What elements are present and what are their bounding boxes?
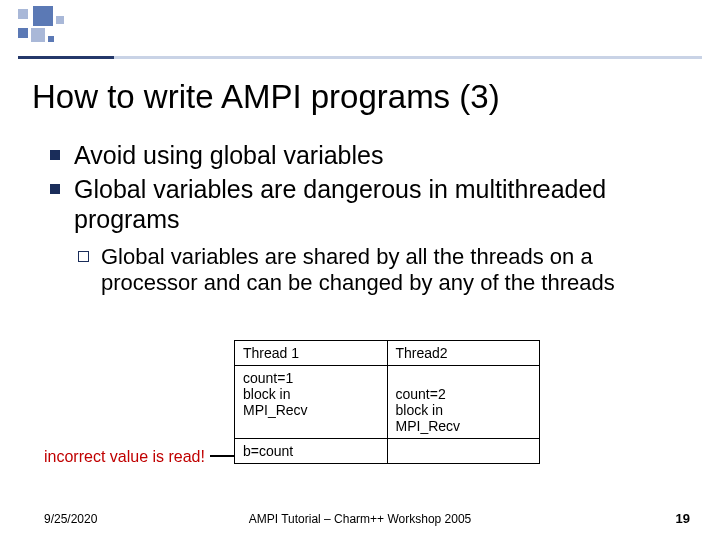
table-head-cell: Thread 1 bbox=[235, 341, 388, 366]
thread-table: Thread 1 Thread2 count=1 block in MPI_Re… bbox=[234, 340, 540, 464]
sub-bullet-text: Global variables are shared by all the t… bbox=[101, 244, 680, 297]
table-cell: count=1 block in MPI_Recv bbox=[235, 366, 388, 439]
table-foot-cell bbox=[387, 439, 540, 464]
bullet-text: Avoid using global variables bbox=[74, 140, 383, 170]
bullet-text: Global variables are dangerous in multit… bbox=[74, 174, 680, 234]
sub-bullet-item: Global variables are shared by all the t… bbox=[78, 244, 680, 297]
page-number: 19 bbox=[676, 511, 690, 526]
connector-line bbox=[210, 455, 234, 457]
table-cell: count=2 block in MPI_Recv bbox=[387, 366, 540, 439]
bullet-square-icon bbox=[50, 184, 60, 194]
hollow-square-icon bbox=[78, 251, 89, 262]
callout-text: incorrect value is read! bbox=[44, 448, 205, 466]
bullet-square-icon bbox=[50, 150, 60, 160]
content-area: Avoid using global variables Global vari… bbox=[50, 140, 680, 297]
corner-squares-icon bbox=[18, 6, 62, 50]
bullet-item: Global variables are dangerous in multit… bbox=[50, 174, 680, 234]
footer-caption: AMPI Tutorial – Charm++ Workshop 2005 bbox=[0, 512, 720, 526]
table-foot-cell: b=count bbox=[235, 439, 388, 464]
bullet-item: Avoid using global variables bbox=[50, 140, 680, 170]
table-head-cell: Thread2 bbox=[387, 341, 540, 366]
header-decoration bbox=[0, 0, 720, 60]
slide-title: How to write AMPI programs (3) bbox=[32, 78, 500, 116]
header-rule bbox=[18, 56, 702, 59]
